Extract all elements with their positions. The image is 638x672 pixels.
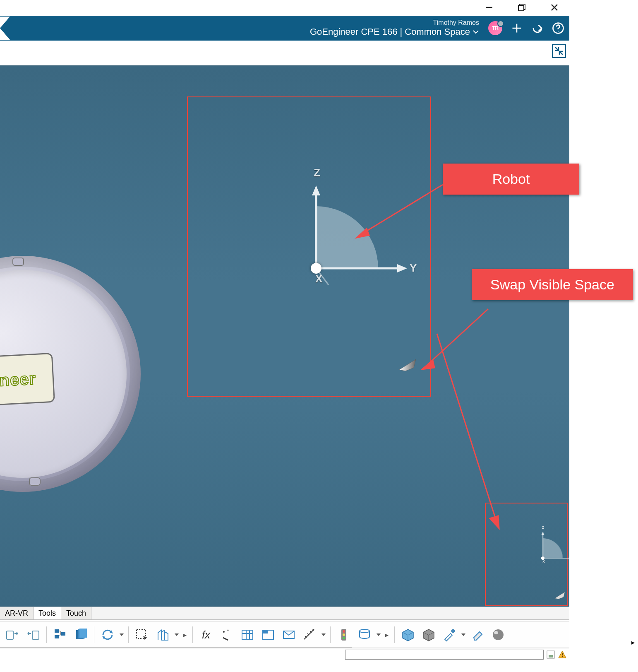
svg-marker-29 bbox=[490, 516, 499, 528]
callout-arrow-robot bbox=[354, 182, 445, 240]
maximize-button[interactable] bbox=[517, 2, 527, 12]
svg-rect-31 bbox=[32, 631, 39, 639]
z-axis-icon bbox=[310, 185, 322, 268]
svg-line-28 bbox=[437, 334, 496, 522]
svg-rect-37 bbox=[79, 629, 87, 638]
svg-marker-25 bbox=[357, 229, 369, 238]
svg-point-67 bbox=[494, 631, 498, 634]
restore-viewport-button[interactable] bbox=[552, 44, 566, 58]
tool-swap-right-icon[interactable] bbox=[24, 626, 42, 644]
tool-sparkle-icon[interactable] bbox=[218, 626, 236, 644]
svg-point-55 bbox=[343, 630, 345, 633]
swap-visible-space-thumb-button[interactable] bbox=[554, 590, 566, 600]
part-model[interactable]: gineer bbox=[0, 256, 141, 492]
svg-point-72 bbox=[562, 656, 563, 657]
tool-refresh-icon[interactable] bbox=[98, 626, 117, 644]
svg-point-66 bbox=[493, 629, 504, 640]
sub-header bbox=[0, 41, 569, 65]
tool-swap-left-icon[interactable] bbox=[3, 626, 22, 644]
expand-arrow-icon[interactable]: ▸ bbox=[182, 631, 188, 639]
svg-marker-65 bbox=[461, 633, 465, 636]
svg-point-43 bbox=[223, 631, 225, 633]
tool-select-box-icon[interactable] bbox=[133, 626, 151, 644]
svg-point-56 bbox=[343, 633, 345, 636]
status-ok-icon[interactable] bbox=[546, 650, 555, 659]
breadcrumb-org: GoEngineer CPE 166 bbox=[310, 26, 398, 37]
svg-marker-53 bbox=[321, 633, 326, 636]
part-lug bbox=[29, 477, 41, 486]
tool-measure-icon[interactable] bbox=[300, 626, 319, 644]
axis-label-y: Y bbox=[410, 262, 417, 275]
highlight-robot-area bbox=[187, 96, 431, 397]
tool-table-icon[interactable] bbox=[238, 626, 257, 644]
status-warning-icon[interactable] bbox=[558, 650, 567, 659]
swap-visible-space-button[interactable] bbox=[397, 355, 418, 372]
bottom-tabs: AR-VR Tools Touch bbox=[0, 607, 569, 620]
svg-point-58 bbox=[360, 629, 369, 633]
tab-arvr[interactable]: AR-VR bbox=[0, 607, 34, 619]
scroll-right-arrow-icon[interactable]: ▸ bbox=[631, 638, 635, 646]
part-label-plate: gineer bbox=[0, 353, 55, 407]
breadcrumb[interactable]: GoEngineer CPE 166 | Common Space bbox=[310, 26, 479, 37]
svg-marker-18 bbox=[399, 359, 416, 371]
svg-rect-34 bbox=[61, 632, 65, 636]
tool-envelope-icon[interactable] bbox=[280, 626, 298, 644]
command-input[interactable] bbox=[345, 650, 544, 660]
tool-database-icon[interactable] bbox=[355, 626, 374, 644]
svg-rect-2 bbox=[518, 5, 524, 11]
tool-building-icon[interactable] bbox=[154, 626, 172, 644]
part-label-text: gineer bbox=[0, 369, 36, 390]
breadcrumb-sep: | bbox=[400, 26, 403, 37]
tool-cube-blue-icon[interactable] bbox=[399, 626, 417, 644]
add-button[interactable] bbox=[511, 22, 523, 34]
expand-arrow-icon[interactable]: ▸ bbox=[384, 631, 390, 639]
avatar[interactable]: TR bbox=[488, 21, 502, 35]
tool-sphere-icon[interactable] bbox=[489, 626, 507, 644]
user-name: Timothy Ramos bbox=[433, 19, 479, 26]
app-header: Timothy Ramos GoEngineer CPE 166 | Commo… bbox=[0, 16, 569, 41]
svg-marker-27 bbox=[422, 360, 434, 369]
help-button[interactable] bbox=[552, 22, 564, 34]
dropdown-icon[interactable] bbox=[376, 633, 381, 637]
svg-rect-64 bbox=[451, 629, 455, 633]
svg-point-8 bbox=[558, 31, 559, 32]
share-button[interactable] bbox=[531, 22, 544, 34]
dropdown-icon[interactable] bbox=[461, 633, 466, 637]
tool-eraser-icon[interactable] bbox=[468, 626, 487, 644]
minimize-button[interactable] bbox=[484, 2, 494, 12]
tool-cube-grey-icon[interactable] bbox=[420, 626, 438, 644]
tool-trafficlight-icon[interactable] bbox=[335, 626, 353, 644]
svg-rect-33 bbox=[55, 635, 59, 638]
callout-arrow-thumbnail bbox=[434, 331, 509, 530]
svg-rect-69 bbox=[549, 655, 553, 658]
tool-tree-icon[interactable] bbox=[51, 626, 69, 644]
close-button[interactable] bbox=[549, 2, 559, 12]
svg-marker-22 bbox=[569, 557, 569, 559]
svg-marker-59 bbox=[377, 633, 381, 636]
callout-swap: Swap Visible Space bbox=[472, 269, 633, 300]
svg-marker-14 bbox=[312, 185, 320, 195]
svg-rect-32 bbox=[55, 629, 59, 633]
axis-label-z: Z bbox=[314, 166, 320, 179]
tool-stack-icon[interactable] bbox=[72, 626, 90, 644]
svg-marker-42 bbox=[175, 633, 179, 636]
svg-rect-30 bbox=[7, 631, 13, 639]
tool-formula-icon[interactable]: fx bbox=[197, 626, 215, 644]
chevron-down-icon bbox=[473, 29, 479, 35]
window-controls bbox=[480, 0, 564, 14]
svg-point-44 bbox=[228, 630, 229, 631]
tab-touch[interactable]: Touch bbox=[61, 607, 91, 619]
bottom-toolbar: ▸ fx ▸ bbox=[0, 621, 569, 648]
dropdown-icon[interactable] bbox=[119, 633, 124, 637]
tool-table-cell-icon[interactable] bbox=[259, 626, 277, 644]
help-icon bbox=[552, 22, 564, 34]
svg-marker-20 bbox=[542, 532, 544, 535]
tool-eyedropper-icon[interactable] bbox=[440, 626, 458, 644]
dropdown-icon[interactable] bbox=[174, 633, 179, 637]
tab-tools[interactable]: Tools bbox=[34, 607, 61, 619]
svg-point-57 bbox=[343, 637, 345, 639]
dropdown-icon[interactable] bbox=[321, 633, 326, 637]
part-lug bbox=[12, 258, 24, 266]
status-bar bbox=[0, 648, 569, 660]
svg-rect-45 bbox=[242, 630, 253, 639]
